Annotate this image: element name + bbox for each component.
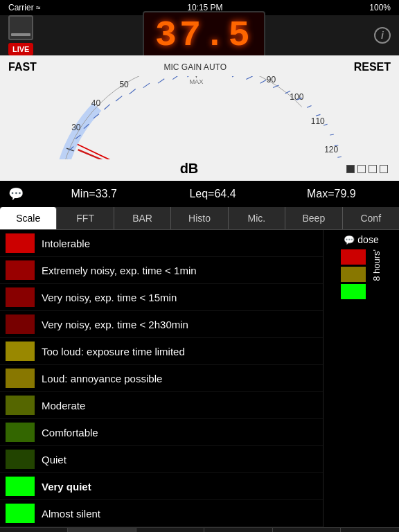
scale-color-2 xyxy=(6,287,35,307)
scale-text-2: Very noisy, exp. time < 15min xyxy=(42,292,177,303)
hours-label: 8 hours' xyxy=(371,249,382,281)
scale-color-6 xyxy=(6,396,35,415)
vu-meter: 20 30 40 50 60 70 80 90 100 110 120 130 xyxy=(6,76,393,159)
bottom-tab-468[interactable]: 468 xyxy=(273,528,341,532)
timer-display: 22s xyxy=(341,528,375,532)
bottom-tab-db(c)[interactable]: dB(C) xyxy=(204,528,272,532)
scale-row: Extremely noisy, exp. time < 1min xyxy=(0,257,323,284)
scale-color-9 xyxy=(6,477,35,496)
scale-row: Moderate xyxy=(0,392,323,419)
tabs: ScaleFFTBARHistoMic.BeepConf xyxy=(0,207,399,230)
live-badge: LIVE xyxy=(8,43,33,55)
scale-row: Intolerable xyxy=(0,230,323,257)
svg-text:110: 110 xyxy=(311,116,325,126)
scale-row: Loud: annoyance possible xyxy=(0,365,323,392)
svg-text:MAX: MAX xyxy=(189,78,203,85)
svg-text:50: 50 xyxy=(119,80,129,89)
svg-text:120: 120 xyxy=(324,145,338,154)
mic-icon: 💬 xyxy=(8,186,24,202)
scale-text-3: Very noisy, exp. time < 2h30min xyxy=(42,319,188,330)
scale-color-0 xyxy=(6,233,35,253)
top-section: LIVE 37.5 i xyxy=(0,15,399,55)
svg-text:90: 90 xyxy=(267,76,276,85)
svg-text:40: 40 xyxy=(91,98,101,108)
scale-text-1: Extremely noisy, exp. time < 1min xyxy=(42,265,197,276)
scale-color-4 xyxy=(6,342,35,361)
scale-color-7 xyxy=(6,423,35,442)
main-content: IntolerableExtremely noisy, exp. time < … xyxy=(0,230,399,527)
scale-color-8 xyxy=(6,450,35,469)
tab-mic.[interactable]: Mic. xyxy=(229,207,285,229)
vu-meter-section: FAST MIC GAIN AUTO RESET xyxy=(0,55,399,181)
vu-header: FAST MIC GAIN AUTO RESET xyxy=(6,61,393,76)
dose-label: dose xyxy=(357,234,378,245)
scale-text-0: Intolerable xyxy=(42,238,90,249)
scale-color-3 xyxy=(6,314,35,334)
page-dot-4[interactable] xyxy=(380,165,388,173)
tab-bar[interactable]: BAR xyxy=(114,207,171,229)
camera-icon[interactable]: 📷 xyxy=(375,528,399,532)
scale-row: Very noisy, exp. time < 2h30min xyxy=(0,311,323,338)
fast-button[interactable]: FAST xyxy=(8,61,37,73)
tab-scale[interactable]: Scale xyxy=(0,207,57,229)
tab-fft[interactable]: FFT xyxy=(57,207,114,229)
vu-arc-svg: 20 30 40 50 60 70 80 90 100 110 120 130 xyxy=(6,76,393,159)
level-display: 37.5 xyxy=(33,11,374,60)
bottom-tab-db[interactable]: dB xyxy=(0,528,68,532)
scale-row: Very quiet xyxy=(0,473,323,500)
scale-row: Almost silent xyxy=(0,500,323,527)
right-panel: 💬 dose 8 hours' xyxy=(323,230,399,527)
page-dot-2[interactable] xyxy=(357,165,366,173)
tab-histo[interactable]: Histo xyxy=(171,207,228,229)
reset-button[interactable]: RESET xyxy=(354,61,391,73)
scale-text-9: Very quiet xyxy=(42,481,91,493)
scale-text-7: Comfortable xyxy=(42,427,98,438)
vu-title: MIC GAIN AUTO xyxy=(37,62,354,72)
svg-text:100: 100 xyxy=(290,92,303,102)
scale-text-8: Quiet xyxy=(42,454,66,466)
led-value: 37.5 xyxy=(143,11,265,60)
leq-stat: Leq=64.4 xyxy=(153,188,272,200)
bottom-bar: dBdB(A)dB(B)dB(C)46822s📷 xyxy=(0,527,399,532)
tab-beep[interactable]: Beep xyxy=(285,207,342,229)
page-dots[interactable] xyxy=(346,165,388,173)
bottom-tab-db(a)[interactable]: dB(A) xyxy=(68,528,136,532)
stats-bar: 💬 Min=33.7 Leq=64.4 Max=79.9 xyxy=(0,181,399,207)
tab-conf[interactable]: Conf xyxy=(343,207,399,229)
min-stat: Min=33.7 xyxy=(35,188,153,200)
info-button[interactable]: i xyxy=(374,27,391,44)
max-stat: Max=79.9 xyxy=(272,188,391,200)
scale-row: Too loud: exposure time limited xyxy=(0,338,323,365)
page-dot-1[interactable] xyxy=(346,165,355,173)
vu-footer: dB xyxy=(6,159,393,177)
scale-color-1 xyxy=(6,260,35,280)
dose-segment-0 xyxy=(341,249,366,265)
bottom-tab-db(b)[interactable]: dB(B) xyxy=(136,528,204,532)
scale-text-4: Too loud: exposure time limited xyxy=(42,346,185,357)
dose-bar xyxy=(341,249,366,299)
scale-row: Quiet xyxy=(0,446,323,473)
scale-row: Comfortable xyxy=(0,419,323,446)
live-icon xyxy=(8,15,33,40)
svg-text:30: 30 xyxy=(71,123,81,132)
scale-text-6: Moderate xyxy=(42,400,85,411)
scale-color-10 xyxy=(6,504,35,523)
dose-label-row: 💬 dose xyxy=(344,234,378,245)
scale-color-5 xyxy=(6,369,35,388)
scale-text-5: Loud: annoyance possible xyxy=(42,373,162,384)
dose-segment-2 xyxy=(341,284,366,299)
dose-segment-1 xyxy=(341,267,366,282)
scale-row: Very noisy, exp. time < 15min xyxy=(0,284,323,311)
scale-text-10: Almost silent xyxy=(42,508,100,520)
scale-list: IntolerableExtremely noisy, exp. time < … xyxy=(0,230,323,527)
page-dot-3[interactable] xyxy=(369,165,377,173)
mic-dose-icon: 💬 xyxy=(344,235,355,245)
db-label: dB xyxy=(32,161,346,177)
